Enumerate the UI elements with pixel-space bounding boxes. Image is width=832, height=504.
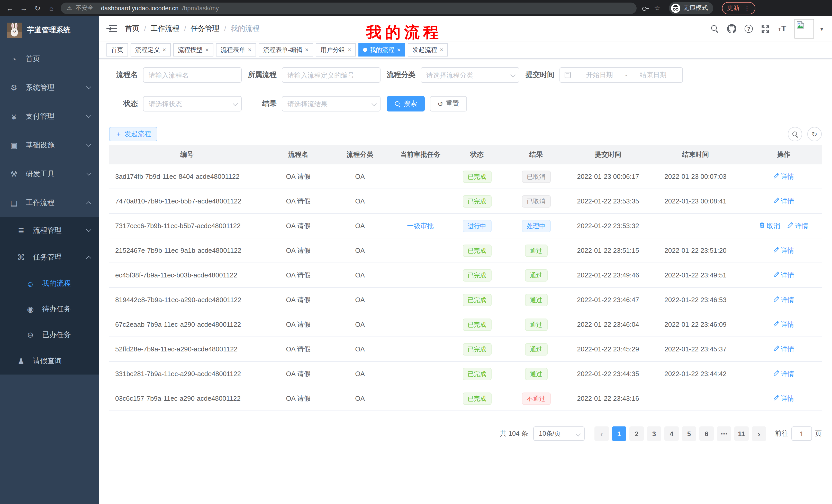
tab-process-model[interactable]: 流程模型× bbox=[173, 43, 213, 57]
page-button[interactable]: 11 bbox=[734, 426, 749, 441]
incognito-icon bbox=[671, 3, 680, 12]
tab-process-form-edit[interactable]: 流程表单-编辑× bbox=[259, 43, 313, 57]
tab-process-definition[interactable]: 流程定义× bbox=[131, 43, 171, 57]
browser-menu-icon[interactable]: ⋮ bbox=[744, 4, 750, 11]
password-key-icon[interactable] bbox=[641, 4, 649, 12]
sidebar-item-todo-task[interactable]: ◉待办任务 bbox=[0, 297, 99, 322]
status-select-input[interactable] bbox=[143, 96, 242, 111]
help-icon[interactable]: ? bbox=[745, 25, 753, 33]
tab-label: 首页 bbox=[111, 46, 123, 54]
github-icon[interactable] bbox=[727, 24, 736, 33]
breadcrumb-task-mgmt[interactable]: 任务管理 bbox=[191, 24, 219, 33]
chevron-down-icon bbox=[86, 170, 91, 175]
next-page-button[interactable]: › bbox=[752, 426, 766, 441]
process-definition-input[interactable] bbox=[282, 67, 381, 83]
sidebar-item-devtools[interactable]: ⚒研发工具 bbox=[0, 160, 99, 189]
page-button[interactable]: 6 bbox=[699, 426, 714, 441]
forward-icon[interactable]: → bbox=[19, 4, 28, 12]
status-select[interactable] bbox=[143, 96, 242, 111]
home-icon[interactable]: ⌂ bbox=[47, 4, 56, 12]
refresh-icon: ↻ bbox=[812, 130, 817, 138]
sidebar-item-workflow[interactable]: ▤工作流程 bbox=[0, 189, 99, 217]
page-button[interactable]: 4 bbox=[665, 426, 679, 441]
back-icon[interactable]: ← bbox=[5, 4, 15, 12]
breadcrumb-workflow[interactable]: 工作流程 bbox=[151, 24, 179, 33]
page-button[interactable]: 2 bbox=[629, 426, 644, 441]
close-icon[interactable]: × bbox=[248, 46, 252, 53]
detail-link[interactable]: 详情 bbox=[773, 320, 794, 329]
category-select-input[interactable] bbox=[421, 67, 519, 83]
close-icon[interactable]: × bbox=[440, 46, 443, 53]
user-avatar[interactable] bbox=[795, 19, 814, 38]
tab-process-form[interactable]: 流程表单× bbox=[216, 43, 256, 57]
close-icon[interactable]: × bbox=[162, 46, 166, 53]
tab-start-process[interactable]: 发起流程× bbox=[408, 43, 448, 57]
table-row: ec45f38f-7b9a-11ec-b03b-acde48001122OA 请… bbox=[109, 263, 822, 288]
detail-link[interactable]: 详情 bbox=[787, 221, 808, 230]
main-area: 我的流程 首页 / 工作流程 / 任务管理 / 我的流程 ? TT bbox=[99, 16, 832, 504]
cancel-link[interactable]: 取消 bbox=[759, 221, 780, 230]
row-status: 已完成 bbox=[452, 293, 501, 306]
sidebar-item-payment[interactable]: ¥支付管理 bbox=[0, 102, 99, 131]
result-select[interactable] bbox=[282, 96, 381, 111]
sidebar-item-process-mgmt[interactable]: ≣流程管理 bbox=[0, 217, 99, 244]
detail-link[interactable]: 详情 bbox=[773, 369, 794, 379]
start-date-placeholder[interactable]: 开始日期 bbox=[575, 71, 624, 80]
sidebar-toggle-icon[interactable] bbox=[106, 25, 117, 33]
current-task-link[interactable]: 一级审批 bbox=[407, 222, 434, 229]
sidebar-item-done-task[interactable]: ⊖已办任务 bbox=[0, 322, 99, 348]
reset-button[interactable]: ↺ 重置 bbox=[430, 96, 467, 111]
sidebar-item-my-process[interactable]: ☺我的流程 bbox=[0, 271, 99, 297]
sidebar-item-infra[interactable]: ▣基础设施 bbox=[0, 131, 99, 160]
start-process-button[interactable]: ＋ 发起流程 bbox=[109, 127, 157, 141]
more-pages-button[interactable]: ⋯ bbox=[717, 426, 731, 441]
font-size-icon[interactable]: TT bbox=[778, 24, 786, 33]
detail-link[interactable]: 详情 bbox=[773, 271, 794, 280]
detail-link[interactable]: 详情 bbox=[773, 295, 794, 304]
refresh-button[interactable]: ↻ bbox=[807, 127, 822, 141]
tab-my-process[interactable]: 我的流程× bbox=[358, 43, 405, 57]
sidebar-item-task-mgmt[interactable]: ⌘任务管理 bbox=[0, 244, 99, 271]
search-button[interactable]: 搜索 bbox=[387, 96, 425, 111]
tab-user-group[interactable]: 用户分组× bbox=[316, 43, 356, 57]
detail-link[interactable]: 详情 bbox=[773, 172, 794, 181]
detail-link[interactable]: 详情 bbox=[773, 246, 794, 255]
breadcrumb-home[interactable]: 首页 bbox=[125, 24, 139, 33]
update-button[interactable]: 更新 ⋮ bbox=[722, 2, 755, 14]
page-button[interactable]: 1 bbox=[612, 426, 626, 441]
detail-link[interactable]: 详情 bbox=[773, 344, 794, 354]
page-size-input[interactable] bbox=[533, 426, 585, 441]
end-date-placeholder[interactable]: 结束日期 bbox=[628, 71, 678, 80]
result-badge: 已取消 bbox=[522, 170, 550, 183]
category-select[interactable] bbox=[421, 67, 519, 83]
search-icon[interactable] bbox=[711, 25, 719, 33]
sidebar-item-home[interactable]: ◔首页 bbox=[0, 45, 99, 74]
sidebar-item-leave-query[interactable]: ♟请假查询 bbox=[0, 348, 99, 374]
page-size-select[interactable] bbox=[533, 426, 585, 441]
avatar-caret-icon[interactable]: ▼ bbox=[819, 26, 824, 32]
detail-link[interactable]: 详情 bbox=[773, 394, 794, 403]
show-search-button[interactable] bbox=[788, 127, 802, 141]
date-range-picker[interactable]: 开始日期 - 结束日期 bbox=[560, 67, 683, 83]
close-icon[interactable]: × bbox=[205, 46, 209, 53]
reload-icon[interactable]: ↻ bbox=[33, 4, 42, 12]
page-buttons: 123456⋯11 bbox=[610, 426, 750, 441]
close-icon[interactable]: × bbox=[397, 46, 400, 53]
result-select-input[interactable] bbox=[282, 96, 381, 111]
page-button[interactable]: 3 bbox=[647, 426, 661, 441]
fullscreen-icon[interactable] bbox=[761, 24, 770, 33]
prev-page-button[interactable]: ‹ bbox=[594, 426, 609, 441]
row-id: ec45f38f-7b9a-11ec-b03b-acde48001122 bbox=[109, 271, 265, 279]
tab-home[interactable]: 首页 bbox=[106, 43, 128, 57]
close-icon[interactable]: × bbox=[305, 46, 309, 53]
sidebar-item-system[interactable]: ⚙系统管理 bbox=[0, 74, 99, 102]
sidebar-item-label: 工作流程 bbox=[26, 198, 54, 207]
detail-link[interactable]: 详情 bbox=[773, 197, 794, 206]
address-bar[interactable]: ⚠ 不安全 dashboard.yudao.iocoder.cn/bpm/tas… bbox=[61, 2, 636, 13]
bookmark-star-icon[interactable]: ☆ bbox=[654, 4, 660, 12]
page-button[interactable]: 5 bbox=[682, 426, 696, 441]
process-name-input[interactable] bbox=[143, 67, 242, 83]
jump-page-input[interactable] bbox=[791, 426, 812, 441]
chevron-down-icon bbox=[86, 141, 91, 146]
close-icon[interactable]: × bbox=[347, 46, 351, 53]
